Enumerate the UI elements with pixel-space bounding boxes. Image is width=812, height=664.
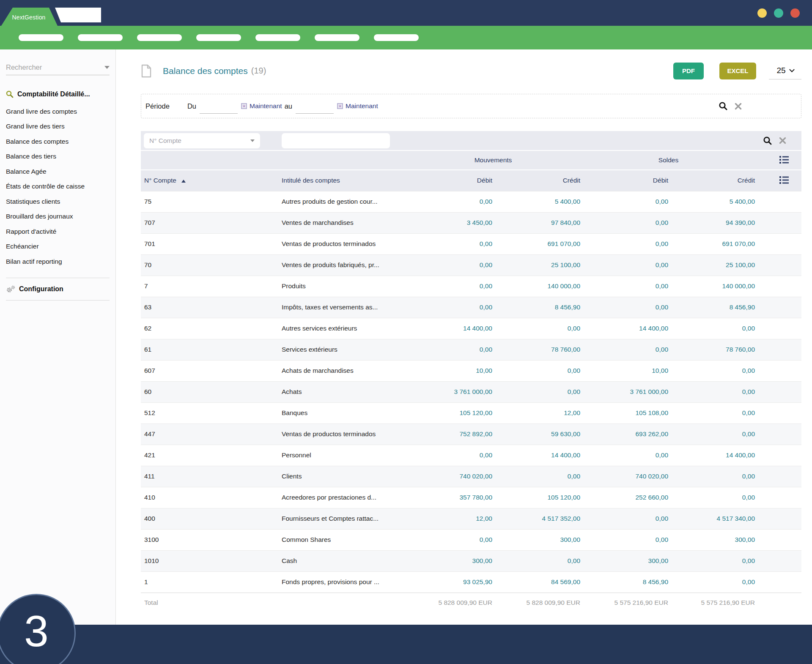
cell-solde-debit[interactable]: 0,00 (581, 339, 669, 360)
cell-solde-debit[interactable]: 0,00 (581, 254, 669, 276)
sidebar-section-comptabilite[interactable]: Comptabilité Détaillé... (6, 90, 110, 98)
cell-solde-credit[interactable]: 0,00 (669, 381, 756, 402)
table-row[interactable]: 707 Ventes de marchandises 3 450,00 97 8… (141, 212, 801, 233)
cell-mvt-credit[interactable]: 97 840,00 (493, 212, 581, 233)
cell-solde-credit[interactable]: 300,00 (669, 529, 756, 550)
cell-solde-debit[interactable]: 14 400,00 (581, 318, 669, 339)
table-row[interactable]: 61 Services extérieurs 0,00 78 760,00 0,… (141, 339, 801, 360)
column-settings-icon[interactable] (779, 176, 789, 184)
sidebar-menu-item[interactable]: Statistiques clients (0, 194, 115, 209)
col-header-intitule[interactable]: Intitulé des comptes (278, 170, 405, 191)
cell-mvt-credit[interactable]: 25 100,00 (493, 254, 581, 276)
cell-mvt-credit[interactable]: 4 517 352,00 (493, 508, 581, 529)
col-header-mvt-debit[interactable]: Débit (405, 170, 493, 191)
cell-solde-debit[interactable]: 0,00 (581, 508, 669, 529)
cell-mvt-debit[interactable]: 740 020,00 (405, 466, 493, 487)
sidebar-menu-item[interactable]: États de contrôle de caisse (0, 179, 115, 194)
sidebar-item-configuration[interactable]: Configuration (6, 278, 110, 300)
cell-mvt-debit[interactable]: 0,00 (405, 233, 493, 254)
nav-pill[interactable] (19, 34, 63, 41)
cell-solde-credit[interactable]: 0,00 (669, 571, 756, 593)
cell-mvt-debit[interactable]: 105 120,00 (405, 402, 493, 424)
cell-mvt-credit[interactable]: 0,00 (493, 550, 581, 571)
table-row[interactable]: 75 Autres produits de gestion cour... 0,… (141, 191, 801, 212)
cell-mvt-credit[interactable]: 14 400,00 (493, 445, 581, 466)
cell-solde-debit[interactable]: 8 456,90 (581, 571, 669, 593)
cell-solde-credit[interactable]: 0,00 (669, 487, 756, 508)
cell-mvt-credit[interactable]: 0,00 (493, 381, 581, 402)
table-row[interactable]: 1 Fonds propres, provisions pour ... 93 … (141, 571, 801, 593)
cell-solde-debit[interactable]: 0,00 (581, 233, 669, 254)
compte-filter-input[interactable] (282, 133, 390, 148)
cell-mvt-credit[interactable]: 12,00 (493, 402, 581, 424)
col-header-compte[interactable]: N° Compte (141, 170, 278, 191)
cell-mvt-debit[interactable]: 3 450,00 (405, 212, 493, 233)
cell-solde-debit[interactable]: 105 108,00 (581, 402, 669, 424)
cell-solde-debit[interactable]: 0,00 (581, 529, 669, 550)
cell-mvt-debit[interactable]: 0,00 (405, 276, 493, 297)
page-size-select[interactable]: 25 (769, 63, 801, 79)
cell-mvt-debit[interactable]: 357 780,00 (405, 487, 493, 508)
cell-mvt-credit[interactable]: 140 000,00 (493, 276, 581, 297)
table-row[interactable]: 60 Achats 3 761 000,00 0,00 3 761 000,00… (141, 381, 801, 402)
cell-solde-debit[interactable]: 0,00 (581, 191, 669, 212)
sidebar-menu-item[interactable]: Rapport d'activité (0, 224, 115, 239)
col-header-solde-debit[interactable]: Débit (581, 170, 669, 191)
cell-mvt-debit[interactable]: 12,00 (405, 508, 493, 529)
cell-mvt-debit[interactable]: 300,00 (405, 550, 493, 571)
nav-pill[interactable] (78, 34, 123, 41)
cell-solde-credit[interactable]: 8 456,90 (669, 297, 756, 318)
cell-solde-credit[interactable]: 0,00 (669, 466, 756, 487)
nav-pill[interactable] (196, 34, 241, 41)
cell-mvt-credit[interactable]: 0,00 (493, 360, 581, 381)
compte-filter-select[interactable]: N° Compte (144, 133, 260, 148)
table-row[interactable]: 7 Produits 0,00 140 000,00 0,00 140 000,… (141, 276, 801, 297)
cell-mvt-credit[interactable]: 78 760,00 (493, 339, 581, 360)
maintenant-to-link[interactable]: Maintenant (346, 102, 378, 110)
cell-solde-credit[interactable]: 14 400,00 (669, 445, 756, 466)
cell-solde-debit[interactable]: 740 020,00 (581, 466, 669, 487)
table-row[interactable]: 63 Impôts, taxes et versements as... 0,0… (141, 297, 801, 318)
table-search-button[interactable] (763, 136, 772, 145)
cell-solde-debit[interactable]: 693 262,00 (581, 424, 669, 445)
cell-mvt-credit[interactable]: 8 456,90 (493, 297, 581, 318)
sidebar-menu-item[interactable]: Brouillard des journaux (0, 209, 115, 224)
cell-solde-debit[interactable]: 10,00 (581, 360, 669, 381)
sidebar-menu-item[interactable]: Grand livre des tiers (0, 119, 115, 134)
cell-mvt-debit[interactable]: 0,00 (405, 254, 493, 276)
calendar-icon[interactable] (241, 103, 247, 109)
cell-solde-debit[interactable]: 300,00 (581, 550, 669, 571)
cell-solde-debit[interactable]: 0,00 (581, 297, 669, 318)
sidebar-menu-item[interactable]: Echéancier (0, 239, 115, 254)
cell-solde-credit[interactable]: 4 517 340,00 (669, 508, 756, 529)
cell-solde-credit[interactable]: 5 400,00 (669, 191, 756, 212)
cell-solde-credit[interactable]: 94 390,00 (669, 212, 756, 233)
nav-pill[interactable] (137, 34, 182, 41)
cell-solde-credit[interactable]: 0,00 (669, 550, 756, 571)
pdf-export-button[interactable]: PDF (673, 63, 704, 79)
nav-pill[interactable] (255, 34, 300, 41)
cell-mvt-debit[interactable]: 10,00 (405, 360, 493, 381)
cell-mvt-debit[interactable]: 93 025,90 (405, 571, 493, 593)
cell-solde-credit[interactable]: 0,00 (669, 360, 756, 381)
cell-solde-debit[interactable]: 252 660,00 (581, 487, 669, 508)
excel-export-button[interactable]: EXCEL (719, 63, 756, 79)
cell-solde-debit[interactable]: 0,00 (581, 212, 669, 233)
cell-mvt-credit[interactable]: 59 630,00 (493, 424, 581, 445)
cell-mvt-credit[interactable]: 5 400,00 (493, 191, 581, 212)
table-row[interactable]: 512 Banques 105 120,00 12,00 105 108,00 … (141, 402, 801, 424)
cell-solde-debit[interactable]: 3 761 000,00 (581, 381, 669, 402)
table-row[interactable]: 1010 Cash 300,00 0,00 300,00 0,00 (141, 550, 801, 571)
column-settings-icon[interactable] (779, 156, 789, 164)
cell-mvt-debit[interactable]: 3 761 000,00 (405, 381, 493, 402)
cell-mvt-credit[interactable]: 105 120,00 (493, 487, 581, 508)
cell-mvt-debit[interactable]: 14 400,00 (405, 318, 493, 339)
table-row[interactable]: 410 Acreedores por prestaciones d... 357… (141, 487, 801, 508)
date-from-input[interactable] (200, 103, 238, 114)
calendar-icon[interactable] (337, 103, 343, 109)
search-select[interactable]: Rechercher (6, 60, 110, 75)
cell-mvt-credit[interactable]: 84 569,00 (493, 571, 581, 593)
cell-mvt-credit[interactable]: 0,00 (493, 466, 581, 487)
cell-mvt-debit[interactable]: 0,00 (405, 445, 493, 466)
table-row[interactable]: 62 Autres services extérieurs 14 400,00 … (141, 318, 801, 339)
